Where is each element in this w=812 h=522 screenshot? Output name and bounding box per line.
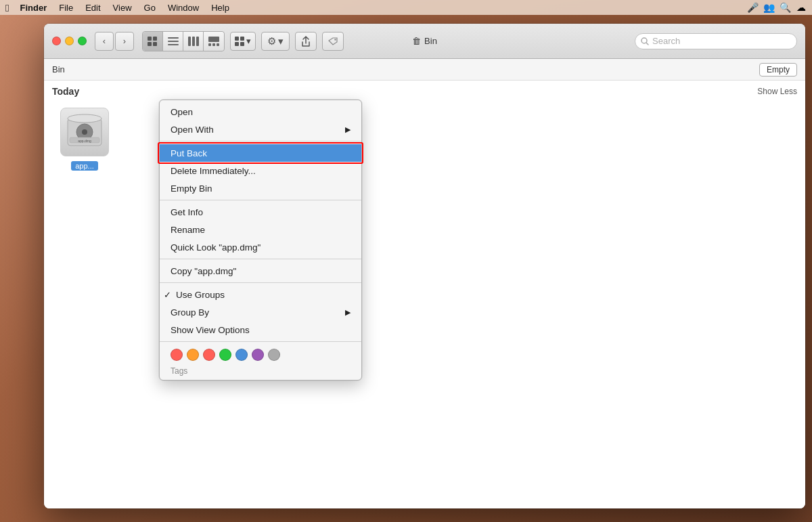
finder-content: Bin Empty Today Show Less [44,59,805,508]
tag-red[interactable] [171,349,183,361]
tags-row [160,345,361,365]
svg-rect-16 [235,42,239,46]
separator-4 [160,282,361,283]
separator-3 [160,259,361,259]
window-title: 🗑 Bin [412,36,437,46]
svg-point-22 [68,114,102,123]
svg-rect-1 [153,37,157,41]
svg-point-24 [82,129,87,135]
icon-view-button[interactable] [143,32,163,51]
context-menu-use-groups[interactable]: ✓ Use Groups [160,286,361,303]
empty-button[interactable]: Empty [759,63,797,77]
open-with-arrow: ▶ [345,125,351,134]
tag-blue[interactable] [235,349,248,361]
context-menu: Open Open With ▶ Put Back Delete Immedia… [159,100,362,380]
maximize-button[interactable] [78,37,87,45]
menubar-help[interactable]: Help [206,0,235,15]
svg-line-20 [646,43,648,45]
gear-icon: ⚙ [267,35,276,47]
titlebar: ‹ › [44,24,805,59]
finder-window: ‹ › [44,24,805,508]
file-label: app... [71,161,98,171]
svg-rect-4 [168,37,179,39]
context-menu-put-back[interactable]: Put Back [160,144,361,162]
svg-text:app.dmg: app.dmg [78,139,91,143]
svg-rect-10 [208,37,219,42]
column-view-button[interactable] [183,32,204,51]
location-name: Bin [52,64,759,74]
use-groups-checkmark: ✓ [164,290,175,300]
separator-2 [160,200,361,200]
svg-rect-6 [168,44,179,45]
view-toggle-group [142,31,225,51]
context-menu-open[interactable]: Open [160,103,361,121]
svg-rect-14 [235,37,239,41]
context-menu-get-info[interactable]: Get Info [160,203,361,221]
svg-rect-8 [192,37,195,46]
search-placeholder: Search [652,36,680,46]
separator-5 [160,341,361,342]
svg-rect-5 [168,41,179,42]
context-menu-rename[interactable]: Rename [160,221,361,238]
action-chevron: ▾ [278,35,284,47]
svg-rect-12 [212,43,215,46]
file-grid: app.dmg app... [44,100,805,176]
nav-buttons: ‹ › [95,32,134,51]
file-icon: app.dmg [60,108,109,156]
context-menu-quick-look[interactable]: Quick Look "app.dmg" [160,238,361,256]
cloud-icon[interactable]: ☁ [796,2,807,13]
svg-rect-17 [240,42,244,46]
svg-point-18 [334,39,336,40]
tag-purple[interactable] [252,349,264,361]
context-menu-empty-bin[interactable]: Empty Bin [160,179,361,197]
section-title: Today [52,86,79,97]
file-item[interactable]: app.dmg app... [52,105,117,171]
search-bar[interactable]: Search [635,33,797,49]
action-button[interactable]: ⚙ ▾ [261,32,290,51]
show-less-button[interactable]: Show Less [757,87,797,96]
tag-gray[interactable] [268,349,280,361]
section-header: Today Show Less [44,81,805,100]
mic-icon[interactable]: 🎤 [747,2,758,13]
share-button[interactable] [295,32,317,51]
menubar-right-icons: 🎤 👥 🔍 ☁ [747,2,807,13]
context-menu-open-with[interactable]: Open With ▶ [160,121,361,138]
menubar-finder[interactable]: Finder [14,0,52,15]
tag-orange[interactable] [187,349,199,361]
menubar-view[interactable]: View [108,0,137,15]
teamviewer-icon[interactable]: 👥 [763,2,774,13]
context-menu-copy[interactable]: Copy "app.dmg" [160,262,361,280]
traffic-lights [52,37,87,45]
svg-rect-15 [240,37,244,41]
minimize-button[interactable] [65,37,74,45]
apple-menu-icon[interactable]:  [5,2,9,14]
tag-red2[interactable] [203,349,215,361]
svg-rect-9 [196,37,199,46]
svg-rect-13 [217,43,219,46]
tags-label: Tags [160,365,361,377]
list-view-button[interactable] [163,32,183,51]
back-button[interactable]: ‹ [95,32,114,51]
menubar-edit[interactable]: Edit [80,0,106,15]
context-menu-show-view-options[interactable]: Show View Options [160,321,361,339]
svg-rect-11 [208,43,211,46]
svg-rect-7 [188,37,191,46]
arrange-chevron: ▾ [246,36,251,46]
arrange-button[interactable]: ▾ [230,32,256,51]
menubar:  Finder File Edit View Go Window Help 🎤… [0,0,812,15]
menubar-window[interactable]: Window [162,0,204,15]
context-menu-group-by[interactable]: Group By ▶ [160,303,361,321]
search-icon[interactable]: 🔍 [780,2,790,13]
file-icon-container: app.dmg [52,105,117,159]
svg-rect-2 [148,42,152,46]
close-button[interactable] [52,37,61,45]
context-menu-delete-immediately[interactable]: Delete Immediately... [160,162,361,179]
svg-rect-0 [148,37,152,41]
trash-title-icon: 🗑 [412,36,421,46]
menubar-file[interactable]: File [53,0,78,15]
forward-button[interactable]: › [115,32,134,51]
tag-green[interactable] [219,349,231,361]
cover-flow-button[interactable] [204,32,224,51]
tag-button[interactable] [322,32,344,51]
menubar-go[interactable]: Go [139,0,161,15]
